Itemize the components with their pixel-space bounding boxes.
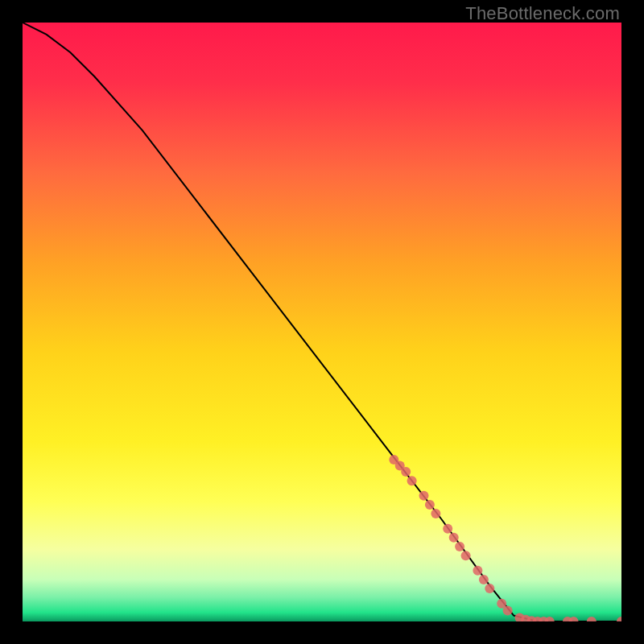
gradient-background: [23, 23, 621, 621]
data-point: [443, 524, 452, 534]
data-point: [485, 584, 494, 593]
data-point: [419, 491, 429, 501]
watermark-text: TheBottleneck.com: [465, 3, 620, 24]
data-point: [401, 467, 411, 477]
data-point: [431, 509, 440, 518]
data-point: [407, 476, 417, 485]
data-point: [473, 566, 482, 576]
data-point: [449, 533, 459, 543]
data-point: [503, 606, 513, 616]
data-point: [425, 500, 435, 510]
data-point: [455, 542, 464, 551]
data-point: [461, 551, 471, 560]
data-point: [479, 575, 489, 584]
bottleneck-chart: [23, 23, 621, 621]
